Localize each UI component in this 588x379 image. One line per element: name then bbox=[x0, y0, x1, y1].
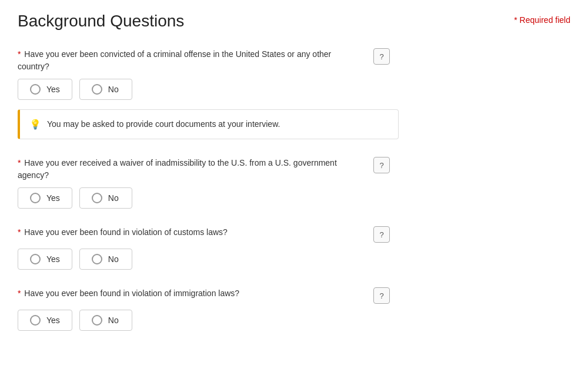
radio-option-4-yes[interactable]: Yes bbox=[18, 310, 72, 331]
radio-option-4-no[interactable]: No bbox=[79, 310, 132, 331]
radio-group-2: YesNo bbox=[18, 187, 570, 209]
radio-option-2-no[interactable]: No bbox=[79, 187, 132, 209]
radio-option-2-yes[interactable]: Yes bbox=[18, 187, 72, 209]
help-button-3[interactable]: ? bbox=[373, 226, 390, 243]
help-button-2[interactable]: ? bbox=[373, 157, 390, 173]
question-row-1: * Have you ever been convicted of a crim… bbox=[18, 48, 570, 73]
radio-circle-2-no bbox=[92, 193, 102, 203]
question-block-3: * Have you ever been found in violation … bbox=[18, 226, 570, 270]
radio-label-3-no: No bbox=[108, 254, 119, 264]
question-row-3: * Have you ever been found in violation … bbox=[18, 226, 570, 243]
radio-option-3-yes[interactable]: Yes bbox=[18, 249, 72, 270]
required-star-4: * bbox=[18, 289, 23, 298]
question-text-1: * Have you ever been convicted of a crim… bbox=[18, 48, 365, 73]
lightbulb-icon: 💡 bbox=[29, 119, 41, 130]
info-box-text: You may be asked to provide court docume… bbox=[47, 118, 280, 130]
question-text-2: * Have you ever received a waiver of ina… bbox=[18, 157, 365, 182]
radio-circle-1-yes bbox=[30, 84, 41, 95]
radio-label-4-no: No bbox=[108, 316, 119, 325]
required-star-2: * bbox=[18, 158, 23, 167]
questions-container: * Have you ever been convicted of a crim… bbox=[18, 48, 570, 331]
radio-option-1-no[interactable]: No bbox=[79, 79, 132, 100]
info-box-1: 💡You may be asked to provide court docum… bbox=[18, 109, 399, 139]
question-row-4: * Have you ever been found in violation … bbox=[18, 287, 570, 304]
radio-circle-2-yes bbox=[30, 193, 41, 203]
required-field-label: * Required field bbox=[514, 15, 570, 25]
radio-label-1-no: No bbox=[108, 85, 119, 94]
page-title: Background Questions bbox=[18, 12, 184, 31]
radio-circle-4-no bbox=[92, 315, 102, 326]
radio-group-1: YesNo bbox=[18, 79, 570, 100]
radio-circle-3-yes bbox=[30, 254, 41, 264]
question-block-1: * Have you ever been convicted of a crim… bbox=[18, 48, 570, 139]
question-row-2: * Have you ever received a waiver of ina… bbox=[18, 157, 570, 182]
radio-group-4: YesNo bbox=[18, 310, 570, 331]
question-block-4: * Have you ever been found in violation … bbox=[18, 287, 570, 331]
radio-circle-4-yes bbox=[30, 315, 41, 326]
radio-label-3-yes: Yes bbox=[46, 254, 60, 264]
radio-label-2-no: No bbox=[108, 193, 119, 203]
radio-group-3: YesNo bbox=[18, 249, 570, 270]
page-header: Background Questions * Required field bbox=[18, 12, 570, 31]
question-text-3: * Have you ever been found in violation … bbox=[18, 226, 365, 239]
required-star-1: * bbox=[18, 49, 23, 59]
question-block-2: * Have you ever received a waiver of ina… bbox=[18, 157, 570, 209]
radio-label-4-yes: Yes bbox=[46, 316, 60, 325]
radio-option-3-no[interactable]: No bbox=[79, 249, 132, 270]
radio-label-2-yes: Yes bbox=[46, 193, 60, 203]
required-star-3: * bbox=[18, 227, 23, 237]
radio-label-1-yes: Yes bbox=[46, 85, 60, 94]
radio-circle-1-no bbox=[92, 84, 102, 95]
radio-option-1-yes[interactable]: Yes bbox=[18, 79, 72, 100]
question-text-4: * Have you ever been found in violation … bbox=[18, 287, 365, 300]
radio-circle-3-no bbox=[92, 254, 102, 264]
help-button-4[interactable]: ? bbox=[373, 287, 390, 304]
help-button-1[interactable]: ? bbox=[373, 48, 390, 65]
info-box-wrapper: 💡You may be asked to provide court docum… bbox=[18, 109, 570, 139]
